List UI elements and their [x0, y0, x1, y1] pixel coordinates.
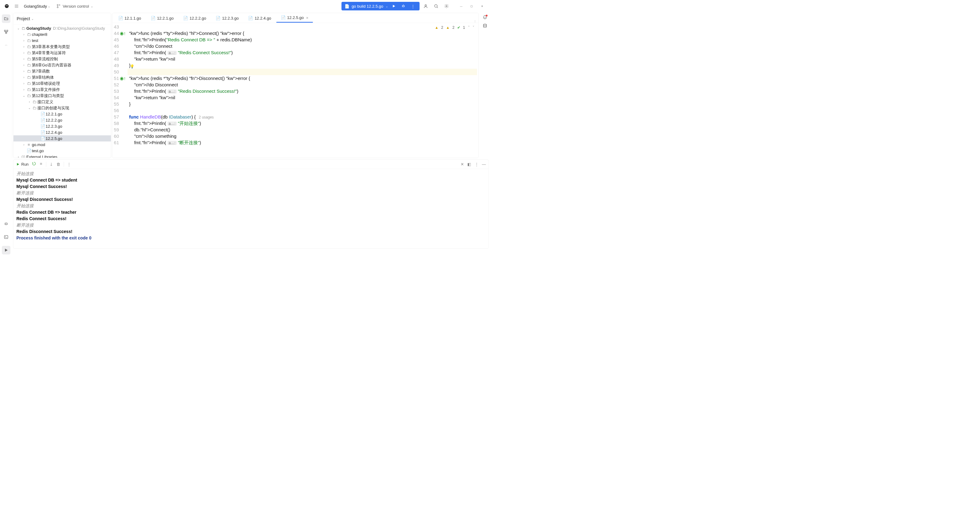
code-line[interactable]: fmt."fn">Println( a…: "Redis Disconnect … — [129, 88, 479, 95]
editor-tab[interactable]: 📄12.2.5.go✕ — [277, 13, 313, 23]
tabs-more-icon[interactable]: ⋮ — [474, 20, 476, 23]
code-line[interactable]: "cm">//do something — [129, 133, 479, 140]
settings-icon[interactable] — [442, 2, 451, 10]
tree-node[interactable]: ›🕮External Libraries — [13, 154, 111, 158]
code-line[interactable]: func HandleDB(db IDatabaser) {2 usages — [129, 114, 479, 120]
editor-tab[interactable]: 📄12.2.1.go — [146, 13, 178, 23]
code-line[interactable]: fmt."fn">Println( a…: "开始连接") — [129, 120, 479, 127]
project-tool-icon[interactable] — [2, 14, 10, 23]
tree-node[interactable]: ⌄🗀接口的创建与实现 — [13, 105, 111, 111]
code-line[interactable] — [129, 108, 479, 114]
code-line[interactable]: } — [129, 101, 479, 108]
search-icon[interactable] — [432, 2, 441, 10]
tree-node[interactable]: 📄12.2.1.go — [13, 111, 111, 117]
gutter-row[interactable]: 43 — [112, 24, 126, 30]
notifications-icon[interactable] — [483, 15, 487, 20]
vcs-widget[interactable]: Version control ⌄ — [57, 4, 93, 9]
inspections-widget[interactable]: ▲2 ▲2 ✔1 ˄ ˅ — [435, 24, 474, 31]
code-with-me-icon[interactable] — [422, 2, 430, 10]
gutter-row[interactable]: 57 — [112, 114, 126, 120]
tree-node[interactable]: ›🗀第5章流程控制 — [13, 56, 111, 62]
gutter-row[interactable]: 55 — [112, 101, 126, 108]
close-run-icon[interactable]: ✕ — [461, 162, 464, 167]
minimize-run-icon[interactable]: — — [482, 162, 486, 167]
tree-node[interactable]: ›🗀chapter8 — [13, 31, 111, 37]
stop-icon[interactable] — [39, 162, 43, 167]
tree-node[interactable]: 📄12.2.3.go — [13, 123, 111, 129]
rerun-icon[interactable] — [32, 162, 36, 167]
code-line[interactable]: "cm">//do Disconnect — [129, 82, 479, 88]
tree-node[interactable]: ›🗀第11章文件操作 — [13, 86, 111, 92]
tree-node[interactable]: 📄12.2.4.go — [13, 129, 111, 135]
editor-code[interactable]: "kw">func (redis *"ty">Redis) "hl">Conne… — [128, 23, 479, 158]
gutter-row[interactable]: 49 — [112, 62, 126, 69]
database-tool-icon[interactable] — [483, 24, 487, 29]
tree-node[interactable]: ›🗀接口定义 — [13, 99, 111, 105]
tree-node[interactable]: 📄12.2.5.go — [13, 135, 111, 141]
gutter-row[interactable]: 51◉↑ — [112, 75, 126, 82]
gutter-row[interactable]: 53 — [112, 88, 126, 95]
project-tree[interactable]: ⌄🗀GolangStudyD:\DingJiaxiong\GolangStudy… — [13, 24, 111, 158]
tree-node[interactable]: ›🗀第4章常量与运算符 — [13, 49, 111, 56]
tree-node[interactable]: ›🗀第9章结构体 — [13, 74, 111, 80]
gutter-row[interactable]: 52 — [112, 82, 126, 88]
gutter-row[interactable]: 50 — [112, 69, 126, 75]
gutter-row[interactable]: 54 — [112, 95, 126, 101]
editor-tab[interactable]: 📄12.2.3.go — [211, 13, 243, 23]
gutter-row[interactable]: 44◉↑ — [112, 30, 126, 37]
window-maximize-button[interactable]: ▢ — [467, 2, 476, 10]
tree-node[interactable]: ›≡go.mod — [13, 141, 111, 148]
tree-node[interactable]: ›🗀第3章基本变量与类型 — [13, 43, 111, 49]
terminal-tool-icon[interactable] — [2, 233, 10, 241]
tree-node[interactable]: 📄12.2.2.go — [13, 117, 111, 123]
scroll-to-end-icon[interactable]: ⤓ — [49, 162, 53, 167]
editor-tab[interactable]: 📄12.2.4.go — [244, 13, 275, 23]
prev-highlight-icon[interactable]: ˄ — [468, 24, 470, 31]
code-line[interactable] — [129, 24, 479, 30]
code-line[interactable]: db."hl">Connect() — [129, 127, 479, 133]
gutter-row[interactable]: 45 — [112, 37, 126, 43]
clear-icon[interactable]: 🗑 — [56, 162, 60, 167]
tree-node[interactable]: ›🗀第10章错误处理 — [13, 80, 111, 86]
gutter-row[interactable]: 47 — [112, 49, 126, 56]
run-output[interactable]: 开始连接Mysql Connect DB => studentMysql Con… — [13, 169, 489, 249]
code-line[interactable]: "cm">//do Connect — [129, 43, 479, 49]
code-line[interactable]: } — [129, 62, 479, 69]
gutter-row[interactable]: 61 — [112, 140, 126, 146]
code-line[interactable]: "kw">func (redis *"ty">Redis) "fn">Disco… — [129, 75, 479, 82]
layout-icon[interactable]: ◧ — [467, 162, 471, 167]
close-tab-icon[interactable]: ✕ — [306, 16, 309, 20]
editor-tab[interactable]: 📄12.1.1.go — [114, 13, 145, 23]
tree-node[interactable]: ⌄🗀GolangStudyD:\DingJiaxiong\GolangStudy — [13, 25, 111, 31]
more-actions-icon[interactable]: ⋮ — [409, 2, 417, 10]
gutter-row[interactable]: 56 — [112, 108, 126, 114]
code-line[interactable]: "kw">return "kw">nil — [129, 95, 479, 101]
gutter-row[interactable]: 58 — [112, 120, 126, 127]
window-close-button[interactable]: ✕ — [478, 2, 486, 10]
gutter-row[interactable]: 48 — [112, 56, 126, 62]
structure-tool-icon[interactable] — [2, 27, 10, 36]
project-panel-header[interactable]: Project ⌄ — [13, 13, 111, 24]
tree-node[interactable]: ›🗀第6章Go语言内置容器 — [13, 62, 111, 68]
services-tool-icon[interactable] — [2, 219, 10, 228]
gutter-row[interactable]: 60 — [112, 133, 126, 140]
gutter-row[interactable]: 46 — [112, 43, 126, 49]
tree-node[interactable]: ⌄🗀第12章接口与类型 — [13, 92, 111, 99]
tree-node[interactable]: ›🗀test — [13, 37, 111, 43]
code-line[interactable]: "kw">return "kw">nil — [129, 56, 479, 62]
next-highlight-icon[interactable]: ˅ — [473, 24, 474, 31]
code-line[interactable]: "kw">func (redis *"ty">Redis) "hl">Conne… — [129, 30, 479, 37]
gutter-row[interactable]: 59 — [112, 127, 126, 133]
run-config-widget[interactable]: 📄 go build 12.2.5.go ⌄ ⋮ — [342, 2, 420, 10]
project-selector[interactable]: GolangStudy ⌄ — [24, 4, 51, 9]
main-menu-button[interactable] — [13, 3, 20, 9]
code-line[interactable]: fmt."fn">Println( a…: "断开连接") — [129, 140, 479, 146]
run-tool-icon[interactable] — [2, 246, 10, 254]
code-line[interactable]: fmt."fn">Println( a…: "Redis Connect Suc… — [129, 49, 479, 56]
run-button[interactable] — [390, 2, 398, 10]
tree-node[interactable]: 📄test.go — [13, 148, 111, 154]
more-tools-icon[interactable]: ⋯ — [2, 41, 10, 49]
window-minimize-button[interactable]: — — [457, 2, 466, 10]
tree-node[interactable]: ›🗀第7章函数 — [13, 68, 111, 74]
run-tab[interactable]: Run — [16, 162, 29, 167]
